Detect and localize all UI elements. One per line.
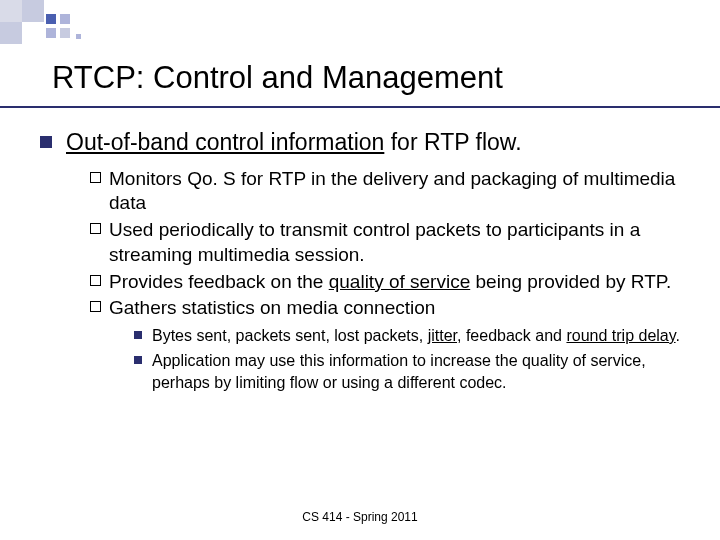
level2-group: Monitors Qo. S for RTP in the delivery a… (90, 167, 690, 321)
square-bullet-icon (40, 136, 52, 148)
hollow-square-icon (90, 275, 101, 286)
level2-text: Monitors Qo. S for RTP in the delivery a… (109, 167, 690, 216)
level2-text: Provides feedback on the quality of serv… (109, 270, 671, 295)
slide-body: Out-of-band control information for RTP … (40, 128, 690, 398)
hollow-square-icon (90, 301, 101, 312)
underlined-phrase: quality of service (329, 271, 471, 292)
hollow-square-icon (90, 223, 101, 234)
bullet-level2: Used periodically to transmit control pa… (90, 218, 690, 267)
bullet-level2: Gathers statistics on media connection (90, 296, 690, 321)
bullet-level2: Monitors Qo. S for RTP in the delivery a… (90, 167, 690, 216)
level3-text: Application may use this information to … (152, 350, 690, 393)
small-square-bullet-icon (134, 331, 142, 339)
level2-text: Gathers statistics on media connection (109, 296, 435, 321)
underlined-phrase: round trip delay (566, 327, 675, 344)
title-underline (0, 106, 720, 108)
small-square-bullet-icon (134, 356, 142, 364)
bullet-level2: Provides feedback on the quality of serv… (90, 270, 690, 295)
level3-group: Bytes sent, packets sent, lost packets, … (134, 325, 690, 394)
bullet-level1: Out-of-band control information for RTP … (40, 128, 690, 157)
slide-footer: CS 414 - Spring 2011 (0, 510, 720, 524)
hollow-square-icon (90, 172, 101, 183)
level1-text: Out-of-band control information for RTP … (66, 128, 522, 157)
level3-text: Bytes sent, packets sent, lost packets, … (152, 325, 680, 347)
slide-title: RTCP: Control and Management (52, 60, 503, 96)
corner-decoration (0, 0, 180, 54)
bullet-level3: Application may use this information to … (134, 350, 690, 393)
level2-text: Used periodically to transmit control pa… (109, 218, 690, 267)
bullet-level3: Bytes sent, packets sent, lost packets, … (134, 325, 690, 347)
underlined-phrase: jitter (428, 327, 457, 344)
underlined-phrase: Out-of-band control information (66, 129, 384, 155)
